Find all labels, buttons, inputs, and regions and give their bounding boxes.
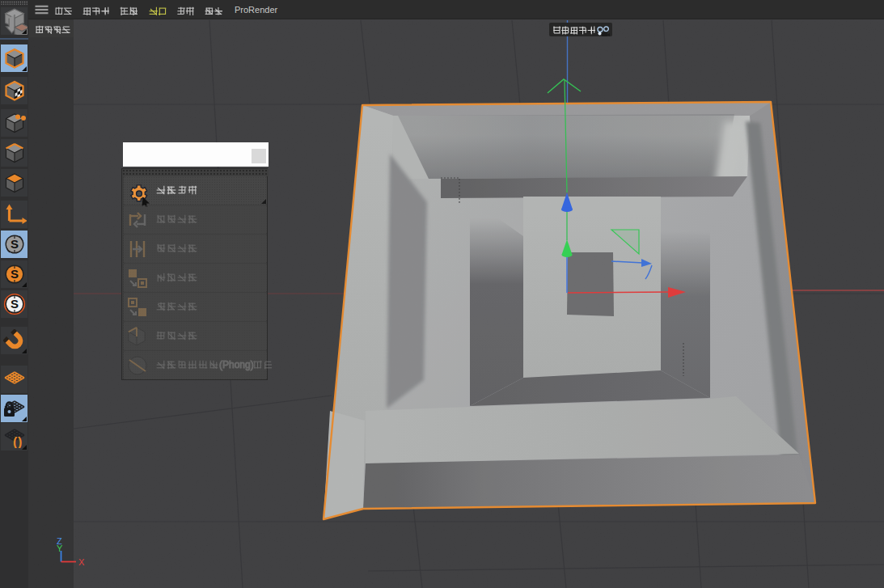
svg-text:S: S [10, 267, 18, 281]
svg-text:Y: Y [57, 544, 63, 553]
svg-text:S: S [10, 297, 18, 311]
svg-text:S: S [10, 237, 18, 251]
svg-text:X: X [78, 557, 85, 567]
svg-text:(Phong): (Phong) [219, 360, 254, 370]
